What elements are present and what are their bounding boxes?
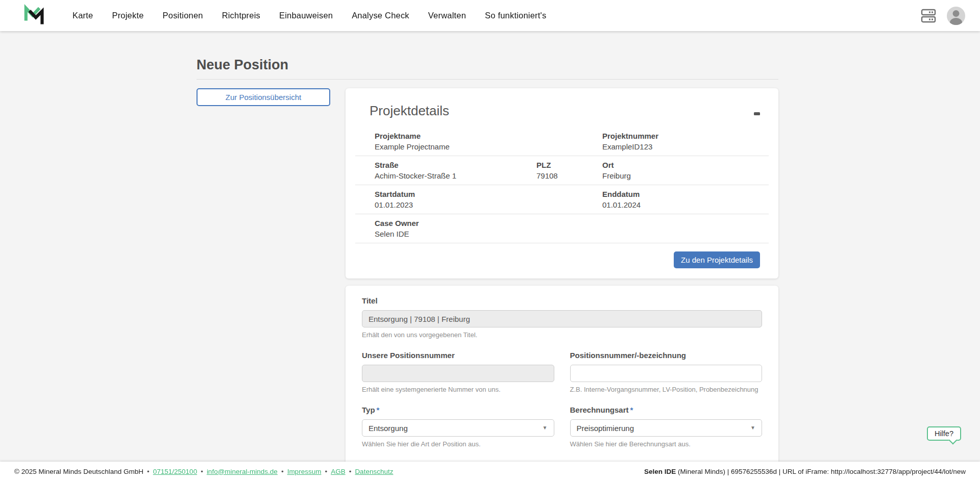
- field-plz: PLZ 79108: [536, 160, 602, 181]
- project-details-card: Projektdetails Projektname Example Proje…: [346, 88, 778, 279]
- separator-dot: •: [325, 468, 327, 475]
- berechnungsart-select[interactable]: Preisoptimierung ▼: [570, 419, 763, 437]
- field-value: Achim-Stocker-Straße 1: [375, 171, 536, 181]
- field-label: PLZ: [536, 160, 602, 170]
- field-label: Startdatum: [375, 189, 602, 199]
- nav-item-verwalten[interactable]: Verwalten: [428, 11, 466, 20]
- field-ort: Ort Freiburg: [602, 160, 769, 181]
- copyright-text: © 2025 Mineral Minds Deutschland GmbH: [14, 468, 143, 475]
- nav-item-projekte[interactable]: Projekte: [112, 11, 143, 20]
- typ-label: Typ*: [362, 405, 554, 415]
- field-value: Selen IDE: [375, 229, 602, 239]
- field-value: 79108: [536, 171, 602, 181]
- required-asterisk: *: [630, 406, 633, 414]
- titel-helper-text: Erhält den von uns vorgegebenen Titel.: [362, 331, 762, 340]
- nav-item-positionen[interactable]: Positionen: [163, 11, 203, 20]
- footer-link-agb[interactable]: AGB: [331, 468, 346, 475]
- server-icon[interactable]: [921, 9, 936, 23]
- collapse-card-button[interactable]: [751, 109, 763, 119]
- project-details-title: Projektdetails: [346, 103, 778, 120]
- chevron-down-icon: ▼: [750, 425, 755, 431]
- positionsnummer-field-group: Positionsnummer/-bezeichnung Z.B. Intern…: [570, 350, 763, 394]
- nav-item-so-funktionierts[interactable]: So funktioniert's: [485, 11, 546, 20]
- separator-dot: •: [201, 468, 203, 475]
- go-to-project-details-button[interactable]: Zu den Projektdetails: [674, 251, 760, 268]
- footer-session-info: Selen IDE (Mineral Minds) | 69576255536d…: [644, 468, 966, 475]
- brand-logo[interactable]: [21, 3, 44, 29]
- back-to-positions-button[interactable]: Zur Positionsübersicht: [197, 88, 330, 106]
- typ-field-group: Typ* Entsorgung ▼ Wählen Sie hier die Ar…: [362, 405, 554, 449]
- titel-label: Titel: [362, 296, 762, 306]
- berechnungsart-field-group: Berechnungsart* Preisoptimierung ▼ Wähle…: [570, 405, 763, 449]
- title-divider: [197, 79, 778, 80]
- table-row: Case Owner Selen IDE: [355, 214, 769, 243]
- typ-select[interactable]: Entsorgung ▼: [362, 419, 554, 437]
- positionsnummer-helper-text: Z.B. Interne-Vorgangsnummer, LV-Position…: [570, 385, 763, 394]
- positionsnummer-input[interactable]: [570, 365, 763, 382]
- top-navigation-bar: Karte Projekte Positionen Richtpreis Ein…: [0, 0, 980, 31]
- typ-selected-value: Entsorgung: [369, 424, 408, 433]
- field-label: Projektnummer: [602, 131, 769, 141]
- field-label: Ort: [602, 160, 769, 170]
- field-value: Example Projectname: [375, 142, 602, 151]
- new-position-form-card: Titel Erhält den von uns vorgegebenen Ti…: [346, 286, 778, 481]
- minus-icon: [754, 112, 760, 115]
- table-row: Straße Achim-Stocker-Straße 1 PLZ 79108 …: [355, 156, 769, 185]
- separator-dot: •: [281, 468, 284, 475]
- field-enddatum: Enddatum 01.01.2024: [602, 189, 769, 210]
- nav-item-richtpreis[interactable]: Richtpreis: [222, 11, 260, 20]
- titel-field-group: Titel Erhält den von uns vorgegebenen Ti…: [362, 296, 762, 340]
- nav-item-karte[interactable]: Karte: [72, 11, 93, 20]
- chevron-down-icon: ▼: [543, 425, 548, 431]
- unsere-positionsnummer-input: [362, 365, 554, 382]
- titel-input: [362, 310, 762, 327]
- field-case-owner: Case Owner Selen IDE: [375, 218, 602, 239]
- project-card-actions: Zu den Projektdetails: [346, 243, 778, 268]
- unsere-positionsnummer-field-group: Unsere Positionsnummer Erhält eine syste…: [362, 350, 554, 394]
- field-label: Case Owner: [375, 218, 602, 228]
- page-title: Neue Position: [197, 57, 778, 73]
- project-details-table: Projektname Example Projectname Projektn…: [355, 127, 769, 243]
- unsere-positionsnummer-label: Unsere Positionsnummer: [362, 350, 554, 361]
- left-column: Zur Positionsübersicht: [197, 88, 330, 106]
- footer-link-phone[interactable]: 07151/250100: [153, 468, 197, 475]
- berechnungsart-label-text: Berechnungsart: [570, 406, 629, 414]
- form-grid: Unsere Positionsnummer Erhält eine syste…: [362, 340, 762, 449]
- field-value: Freiburg: [602, 171, 769, 181]
- separator-dot: •: [147, 468, 150, 475]
- field-label: Enddatum: [602, 189, 769, 199]
- table-row: Projektname Example Projectname Projektn…: [355, 127, 769, 156]
- berechnungsart-helper-text: Wählen Sie hier die Berechnungsart aus.: [570, 440, 763, 449]
- berechnungsart-selected-value: Preisoptimierung: [577, 424, 634, 433]
- required-asterisk: *: [377, 406, 380, 414]
- field-value: 01.01.2024: [602, 200, 769, 210]
- session-details: (Mineral Minds) | 69576255536d | URL of …: [676, 468, 966, 475]
- footer-link-impressum[interactable]: Impressum: [287, 468, 322, 475]
- right-column: Projektdetails Projektname Example Proje…: [346, 88, 778, 481]
- footer-left: © 2025 Mineral Minds Deutschland GmbH • …: [14, 468, 393, 475]
- avatar-icon[interactable]: [946, 6, 966, 26]
- field-label: Projektname: [375, 131, 602, 141]
- field-label: Straße: [375, 160, 536, 170]
- field-startdatum: Startdatum 01.01.2023: [375, 189, 602, 210]
- nav-item-analyse-check[interactable]: Analyse Check: [352, 11, 409, 20]
- positionsnummer-label: Positionsnummer/-bezeichnung: [570, 350, 763, 361]
- footer-link-datenschutz[interactable]: Datenschutz: [355, 468, 393, 475]
- typ-helper-text: Wählen Sie hier die Art der Position aus…: [362, 440, 554, 449]
- field-projektname: Projektname Example Projectname: [375, 131, 602, 151]
- table-row: Startdatum 01.01.2023 Enddatum 01.01.202…: [355, 185, 769, 214]
- footer-link-email[interactable]: info@mineral-minds.de: [207, 468, 278, 475]
- field-value: 01.01.2023: [375, 200, 602, 210]
- separator-dot: •: [349, 468, 352, 475]
- topbar-right-icons: [921, 6, 966, 26]
- field-projektnummer: Projektnummer ExampleID123: [602, 131, 769, 151]
- mineral-minds-logo-icon: [21, 3, 44, 29]
- unsere-positionsnummer-helper-text: Erhält eine systemgenerierte Nummer von …: [362, 385, 554, 394]
- nav-item-einbauweisen[interactable]: Einbauweisen: [279, 11, 333, 20]
- main-nav: Karte Projekte Positionen Richtpreis Ein…: [72, 11, 546, 20]
- footer-bar: © 2025 Mineral Minds Deutschland GmbH • …: [0, 462, 980, 481]
- field-strasse: Straße Achim-Stocker-Straße 1: [375, 160, 536, 181]
- typ-label-text: Typ: [362, 406, 375, 414]
- main-content: Neue Position Zur Positionsübersicht Pro…: [197, 31, 778, 481]
- help-button[interactable]: Hilfe?: [927, 426, 961, 441]
